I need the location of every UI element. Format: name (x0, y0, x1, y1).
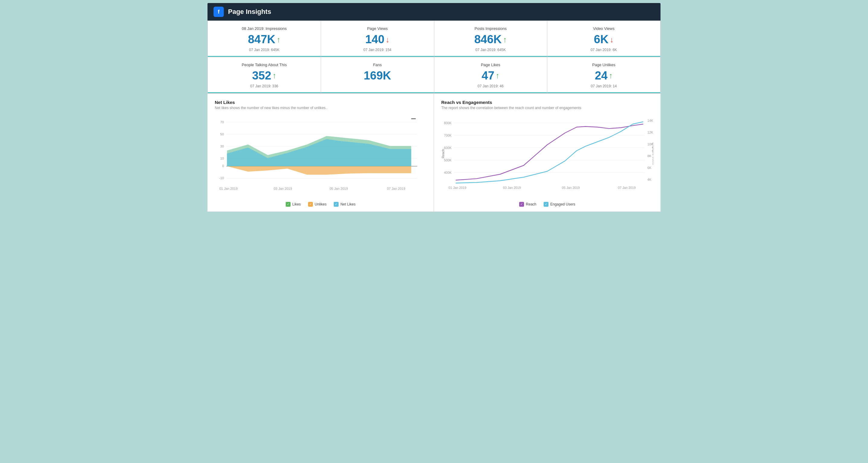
svg-text:800K: 800K (444, 121, 452, 124)
trend-down-icon-2: ↓ (610, 35, 614, 44)
svg-text:50: 50 (220, 133, 224, 136)
svg-text:14K: 14K (648, 119, 654, 122)
legend-net-likes-box: ✓ (334, 202, 339, 207)
metric-pageviews: Page Views 140 ↓ 07 Jan 2019: 154 (321, 21, 434, 57)
metric-label-video: Video Views (553, 26, 654, 31)
metric-value-fans: 169K (327, 69, 428, 82)
metric-prev-talking: 07 Jan 2019: 336 (214, 84, 315, 88)
svg-text:6K: 6K (648, 166, 652, 170)
svg-text:07 Jan 2019: 07 Jan 2019 (387, 187, 405, 191)
svg-text:4K: 4K (648, 178, 652, 181)
metrics-row-2: People Talking About This 352 ↑ 07 Jan 2… (208, 57, 660, 93)
svg-text:01 Jan 2019: 01 Jan 2019 (448, 186, 466, 190)
metrics-row-1: 08 Jan 2019: Impressions 847K ↑ 07 Jan 2… (208, 21, 660, 57)
metric-prev-posts: 07 Jan 2019: 645K (440, 48, 541, 52)
metric-value-posts: 846K ↑ (440, 33, 541, 46)
metric-prev-page-unlikes: 07 Jan 2019: 14 (553, 84, 654, 88)
page-title: Page Insights (228, 8, 271, 16)
trend-down-icon: ↓ (386, 35, 390, 44)
trend-up-icon-4: ↑ (496, 71, 499, 80)
charts-section: Net Likes Net likes shows the number of … (208, 93, 660, 212)
metric-value-pageviews: 140 ↓ (327, 33, 428, 46)
legend-reach-box: ✓ (519, 202, 524, 207)
metric-prev-page-likes: 07 Jan 2019: 46 (440, 84, 541, 88)
metric-value-talking: 352 ↑ (214, 69, 315, 82)
metric-label-posts: Posts Impressions (440, 26, 541, 31)
svg-text:Engaged Users: Engaged Users (652, 142, 653, 165)
metric-label-pageviews: Page Views (327, 26, 428, 31)
svg-text:Reach: Reach (441, 149, 445, 158)
svg-text:05 Jan 2019: 05 Jan 2019 (562, 186, 580, 190)
metric-posts-impressions: Posts Impressions 846K ↑ 07 Jan 2019: 64… (434, 21, 548, 57)
net-likes-legend: ✓ Likes ✓ Unlikes ✓ Net Likes (215, 202, 427, 207)
svg-text:12K: 12K (648, 131, 654, 134)
metric-fans: Fans 169K (321, 57, 434, 93)
trend-up-icon-2: ↑ (503, 35, 507, 44)
metric-impressions: 08 Jan 2019: Impressions 847K ↑ 07 Jan 2… (208, 21, 321, 57)
svg-text:-10: -10 (219, 176, 224, 180)
svg-text:600K: 600K (444, 146, 452, 149)
svg-text:10: 10 (220, 156, 224, 160)
legend-engaged-users: ✓ Engaged Users (544, 202, 575, 207)
facebook-icon: f (214, 7, 224, 17)
metric-prev-impressions: 07 Jan 2019: 645K (214, 48, 315, 52)
metric-talking: People Talking About This 352 ↑ 07 Jan 2… (208, 57, 321, 93)
dashboard: f Page Insights 08 Jan 2019: Impressions… (208, 3, 660, 212)
svg-text:0: 0 (222, 164, 224, 168)
svg-text:01 Jan 2019: 01 Jan 2019 (219, 187, 238, 191)
legend-likes-box: ✓ (286, 202, 290, 207)
metric-label-talking: People Talking About This (214, 63, 315, 67)
reach-title: Reach vs Engagements (441, 100, 653, 105)
metric-value-video: 6K ↓ (553, 33, 654, 46)
svg-text:8K: 8K (648, 154, 652, 158)
legend-reach: ✓ Reach (519, 202, 536, 207)
net-likes-chart: 70 50 30 10 0 -10 (215, 114, 427, 199)
svg-text:400K: 400K (444, 170, 452, 174)
reach-svg: 800K 700K 600K 500K 400K 14K 12K 10K 8K … (441, 114, 653, 199)
metric-prev-video: 07 Jan 2019: 6K (553, 48, 654, 52)
metric-page-unlikes: Page Unlikes 24 ↑ 07 Jan 2019: 14 (547, 57, 660, 93)
reach-panel: Reach vs Engagements The report shows th… (434, 94, 660, 212)
metric-value-impressions: 847K ↑ (214, 33, 315, 46)
metric-label-impressions: 08 Jan 2019: Impressions (214, 26, 315, 31)
net-likes-panel: Net Likes Net likes shows the number of … (208, 94, 434, 212)
svg-marker-14 (227, 166, 411, 175)
trend-up-icon-3: ↑ (272, 71, 276, 80)
trend-up-icon-5: ↑ (609, 71, 613, 80)
metric-page-likes: Page Likes 47 ↑ 07 Jan 2019: 46 (434, 57, 548, 93)
legend-engaged-box: ✓ (544, 202, 549, 207)
metric-value-page-unlikes: 24 ↑ (553, 69, 654, 82)
page-header: f Page Insights (208, 3, 660, 21)
net-likes-subtitle: Net likes shows the number of new likes … (215, 106, 427, 110)
svg-marker-13 (227, 139, 411, 166)
trend-up-icon: ↑ (277, 35, 281, 44)
metric-video-views: Video Views 6K ↓ 07 Jan 2019: 6K (547, 21, 660, 57)
legend-likes: ✓ Likes (286, 202, 301, 207)
net-likes-title: Net Likes (215, 100, 427, 105)
metric-prev-pageviews: 07 Jan 2019: 154 (327, 48, 428, 52)
svg-text:07 Jan 2019: 07 Jan 2019 (618, 186, 636, 190)
reach-subtitle: The report shows the correlation between… (441, 106, 653, 110)
reach-chart: 800K 700K 600K 500K 400K 14K 12K 10K 8K … (441, 114, 653, 199)
svg-text:700K: 700K (444, 133, 452, 137)
metric-label-fans: Fans (327, 63, 428, 67)
metric-label-page-likes: Page Likes (440, 63, 541, 67)
svg-text:03 Jan 2019: 03 Jan 2019 (274, 187, 292, 191)
legend-net-likes: ✓ Net Likes (334, 202, 355, 207)
metric-label-page-unlikes: Page Unlikes (553, 63, 654, 67)
svg-text:05 Jan 2019: 05 Jan 2019 (330, 187, 348, 191)
metric-value-page-likes: 47 ↑ (440, 69, 541, 82)
svg-text:70: 70 (220, 120, 224, 124)
net-likes-svg: 70 50 30 10 0 -10 (215, 114, 427, 199)
svg-text:03 Jan 2019: 03 Jan 2019 (503, 186, 521, 190)
svg-text:500K: 500K (444, 158, 452, 162)
legend-unlikes: ✓ Unlikes (308, 202, 327, 207)
reach-legend: ✓ Reach ✓ Engaged Users (441, 202, 653, 207)
legend-unlikes-box: ✓ (308, 202, 313, 207)
svg-text:30: 30 (220, 144, 224, 148)
